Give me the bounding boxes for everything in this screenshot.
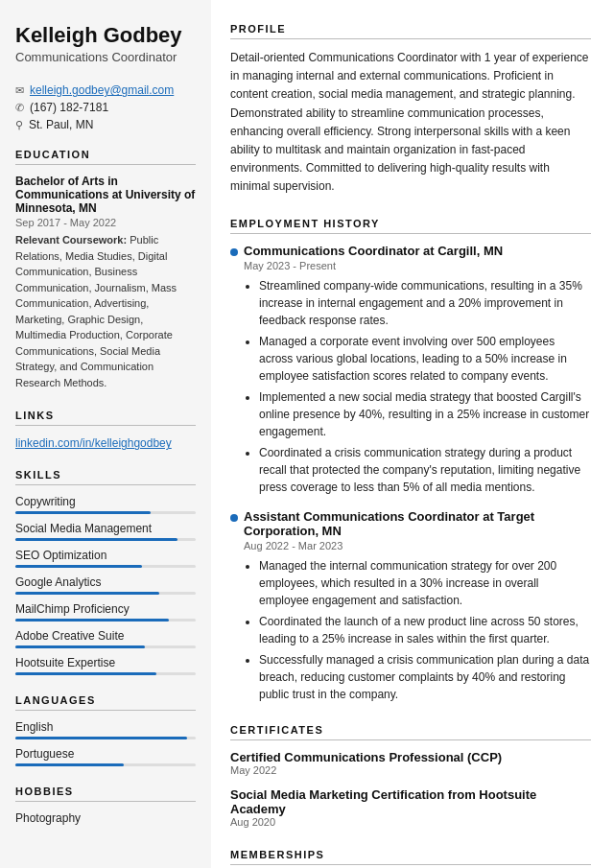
skill-item: Adobe Creative Suite [15, 629, 196, 648]
location-value: St. Paul, MN [29, 118, 93, 131]
certificates-section-title: CERTIFICATES [230, 724, 591, 740]
cert-date: May 2022 [230, 764, 591, 776]
cert-item: Social Media Marketing Certification fro… [230, 787, 591, 828]
skill-bar-bg [15, 511, 196, 514]
languages-section-title: LANGUAGES [15, 694, 196, 711]
job-bullet: Coordinated a crisis communication strat… [259, 444, 591, 496]
language-item: English [15, 720, 196, 739]
skill-bar-bg [15, 592, 196, 595]
sidebar: Kelleigh Godbey Communications Coordinat… [0, 0, 211, 868]
cert-name: Social Media Marketing Certification fro… [230, 787, 591, 816]
skill-bar-fill [15, 565, 142, 568]
skill-bar-bg [15, 672, 196, 675]
job-bullets: Managed the internal communication strat… [244, 557, 591, 703]
languages-section: LANGUAGES English Portuguese [15, 694, 196, 766]
cert-item: Certified Communications Professional (C… [230, 750, 591, 776]
location-item: ⚲ St. Paul, MN [15, 118, 196, 131]
profile-section-title: PROFILE [230, 23, 591, 39]
job-bullet: Implemented a new social media strategy … [259, 388, 591, 440]
job-dates: Aug 2022 - Mar 2023 [244, 540, 591, 551]
contact-section: ✉ kelleigh.godbey@gmail.com ✆ (167) 182-… [15, 83, 196, 131]
skill-bar-fill [15, 645, 145, 648]
language-item: Portuguese [15, 747, 196, 766]
language-name: Portuguese [15, 747, 196, 761]
linkedin-link-container: linkedin.com/in/kelleighgodbey [15, 435, 196, 450]
profile-section: PROFILE Detail-oriented Communications C… [230, 23, 591, 197]
hobby-item: Photography [15, 811, 196, 825]
skill-bar-fill [15, 538, 177, 541]
language-bar-fill [15, 737, 187, 739]
main-content: PROFILE Detail-oriented Communications C… [211, 0, 614, 868]
job-dates: May 2023 - Present [244, 260, 591, 271]
skill-bar-fill [15, 672, 156, 675]
job-bullets: Streamlined company-wide communications,… [244, 277, 591, 496]
candidate-name: Kelleigh Godbey [15, 23, 196, 48]
candidate-title: Communications Coordinator [15, 50, 196, 64]
job-bullet: Streamlined company-wide communications,… [259, 277, 591, 329]
hobbies-list: Photography [15, 811, 196, 825]
linkedin-link[interactable]: linkedin.com/in/kelleighgodbey [15, 436, 172, 450]
job-bullet: Managed a corporate event involving over… [259, 333, 591, 385]
edu-degree: Bachelor of Arts in Communications at Un… [15, 175, 196, 215]
language-name: English [15, 720, 196, 734]
hobbies-section-title: HOBBIES [15, 786, 196, 802]
job-bullet: Successfully managed a crisis communicat… [259, 651, 591, 703]
languages-list: English Portuguese [15, 720, 196, 766]
skills-section-title: SKILLS [15, 469, 196, 485]
links-section-title: LINKS [15, 410, 196, 426]
edu-coursework: Relevant Coursework: Public Relations, M… [15, 232, 196, 390]
language-bar-bg [15, 737, 196, 739]
sidebar-header: Kelleigh Godbey Communications Coordinat… [15, 23, 196, 64]
coursework-label: Relevant Coursework: [15, 234, 127, 246]
certs-list: Certified Communications Professional (C… [230, 750, 591, 828]
job-bullet: Coordinated the launch of a new product … [259, 613, 591, 647]
education-section: EDUCATION Bachelor of Arts in Communicat… [15, 149, 196, 390]
jobs-list: Communications Coordinator at Cargill, M… [230, 244, 591, 703]
skill-name: SEO Optimization [15, 549, 196, 562]
skill-name: MailChimp Proficiency [15, 602, 196, 616]
skills-list: Copywriting Social Media Management SEO … [15, 495, 196, 675]
links-section: LINKS linkedin.com/in/kelleighgodbey [15, 410, 196, 450]
skill-name: Adobe Creative Suite [15, 629, 196, 643]
skill-bar-bg [15, 538, 196, 541]
skill-item: Google Analytics [15, 575, 196, 595]
phone-icon: ✆ [15, 102, 24, 114]
skill-name: Social Media Management [15, 522, 196, 535]
skill-item: Social Media Management [15, 522, 196, 541]
employment-section: EMPLOYMENT HISTORY Communications Coordi… [230, 218, 591, 703]
phone-value: (167) 182-7181 [30, 101, 108, 114]
education-section-title: EDUCATION [15, 149, 196, 165]
edu-dates: Sep 2017 - May 2022 [15, 217, 196, 228]
memberships-section: MEMBERSHIPS Public Relations Society of … [230, 849, 591, 869]
memberships-section-title: MEMBERSHIPS [230, 849, 591, 865]
email-link[interactable]: kelleigh.godbey@gmail.com [30, 83, 174, 97]
skill-item: Hootsuite Expertise [15, 656, 196, 675]
job-title: Assistant Communications Coordinator at … [244, 509, 591, 538]
language-bar-fill [15, 763, 124, 766]
location-icon: ⚲ [15, 119, 23, 131]
job-item: Communications Coordinator at Cargill, M… [230, 244, 591, 496]
skill-bar-fill [15, 619, 169, 622]
skill-item: MailChimp Proficiency [15, 602, 196, 622]
skill-bar-bg [15, 565, 196, 568]
language-bar-bg [15, 763, 196, 766]
cert-name: Certified Communications Professional (C… [230, 750, 591, 764]
job-title: Communications Coordinator at Cargill, M… [244, 244, 591, 258]
skill-bar-fill [15, 592, 159, 595]
skill-bar-bg [15, 619, 196, 622]
skill-item: Copywriting [15, 495, 196, 514]
coursework-text: Public Relations, Media Studies, Digital… [15, 234, 177, 388]
email-item: ✉ kelleigh.godbey@gmail.com [15, 83, 196, 97]
skill-item: SEO Optimization [15, 549, 196, 568]
skill-name: Google Analytics [15, 575, 196, 589]
employment-section-title: EMPLOYMENT HISTORY [230, 218, 591, 234]
skill-bar-fill [15, 511, 151, 514]
certificates-section: CERTIFICATES Certified Communications Pr… [230, 724, 591, 828]
profile-text: Detail-oriented Communications Coordinat… [230, 49, 591, 197]
cert-date: Aug 2020 [230, 816, 591, 828]
skill-bar-bg [15, 645, 196, 648]
hobbies-section: HOBBIES Photography [15, 786, 196, 825]
skills-section: SKILLS Copywriting Social Media Manageme… [15, 469, 196, 675]
job-item: Assistant Communications Coordinator at … [230, 509, 591, 703]
job-bullet: Managed the internal communication strat… [259, 557, 591, 609]
